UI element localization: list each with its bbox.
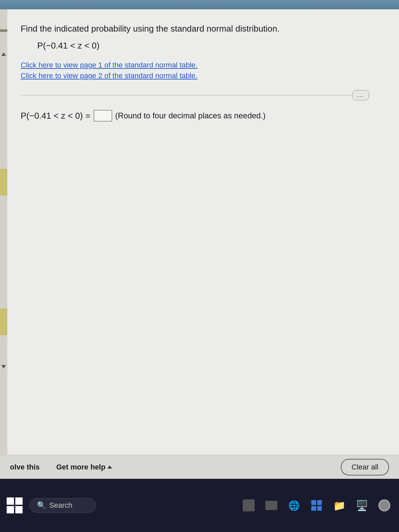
question-instruction: Find the indicated probability using the… [21,23,382,35]
divider-area: ... [21,87,382,103]
top-bar [0,0,399,9]
left-accent-mid [0,169,7,196]
normal-table-link-2[interactable]: Click here to view page 2 of the standar… [21,71,382,80]
get-more-help-label: Get more help [56,463,105,471]
search-icon: 🔍 [37,501,46,510]
win-square-3 [7,506,14,513]
edge-icon: 🌐 [288,500,300,511]
windows-start-button[interactable] [7,497,23,513]
win-square-4 [15,506,23,513]
taskbar-circle-button[interactable] [376,497,392,513]
taskbar-folder-button[interactable]: 📁 [331,497,347,513]
scroll-up-arrow[interactable] [1,53,6,56]
content-panel: Find the indicated probability using the… [7,9,399,479]
chevron-up-icon [107,466,112,468]
stop-icon [243,499,255,511]
taskbar-stop-button[interactable] [241,497,257,513]
folder-icon: 📁 [333,500,345,511]
answer-row: P(−0.41 < z < 0) = (Round to four decima… [21,110,382,121]
scroll-down-arrow[interactable] [1,365,6,368]
left-accent-top [0,29,7,32]
grid-dot-1 [311,500,316,505]
clear-all-button[interactable]: Clear all [341,459,389,475]
answer-note: (Round to four decimal places as needed.… [115,111,266,120]
win-square-1 [7,497,14,505]
get-more-help-button[interactable]: Get more help [56,463,112,471]
links-section: Click here to view page 1 of the standar… [21,61,382,80]
solve-this-button[interactable]: olve this [10,463,40,471]
taskbar: 🔍 Search 🌐 📁 🖥️ [0,479,399,532]
grid-dot-3 [311,506,316,511]
left-sidebar [0,9,7,479]
bottom-action-bar: olve this Get more help Clear all [0,455,399,479]
taskbar-minimize-button[interactable]: 🖥️ [354,497,370,513]
win-square-2 [15,497,23,505]
minimize-icon: 🖥️ [356,500,368,511]
circle-icon [378,499,390,511]
grid-dot-4 [317,506,322,511]
question-expression: P(−0.41 < z < 0) [37,41,382,51]
answer-input[interactable] [94,110,112,121]
grid-icon [311,500,322,511]
search-label: Search [49,501,72,510]
grid-dot-2 [317,500,322,505]
taskbar-grid-button[interactable] [309,497,325,513]
left-accent-bot [0,309,7,335]
taskbar-search[interactable]: 🔍 Search [29,498,96,513]
main-content-area: Find the indicated probability using the… [0,9,399,479]
divider-line [21,95,362,95]
normal-table-link-1[interactable]: Click here to view page 1 of the standar… [21,61,382,69]
answer-label: P(−0.41 < z < 0) = [21,111,90,121]
taskbar-camera-button[interactable] [263,497,279,513]
more-button[interactable]: ... [352,90,369,100]
taskbar-edge-button[interactable]: 🌐 [286,497,302,513]
camera-icon [265,501,277,510]
